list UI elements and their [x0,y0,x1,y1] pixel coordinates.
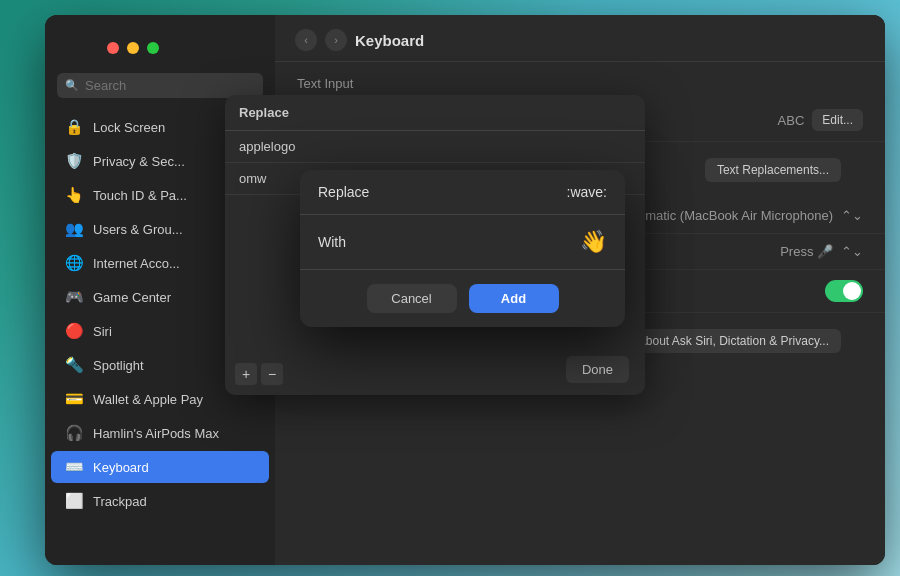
sidebar-item-label: Users & Grou... [93,222,183,237]
sidebar-item-airpods[interactable]: 🎧 Hamlin's AirPods Max [51,417,269,449]
input-sources-abc: ABC [778,113,805,128]
search-icon: 🔍 [65,79,79,92]
dialog-with-label: With [318,234,346,250]
maximize-button[interactable] [147,42,159,54]
input-sources-value: ABC Edit... [778,109,863,131]
airpods-icon: 🎧 [65,424,83,442]
shortcut-value: Press 🎤 ⌃⌄ [780,244,863,259]
add-button[interactable]: Add [469,284,559,313]
internet-icon: 🌐 [65,254,83,272]
dialog-with-row: With 👋 [300,215,625,270]
sidebar-item-label: Trackpad [93,494,147,509]
spotlight-icon: 🔦 [65,356,83,374]
forward-button[interactable]: › [325,29,347,51]
search-input[interactable] [85,78,255,93]
sidebar-item-label: Lock Screen [93,120,165,135]
text-replacements-button[interactable]: Text Replacements... [705,158,841,182]
game-center-icon: 🎮 [65,288,83,306]
autopunct-toggle[interactable] [825,280,863,302]
main-header: ‹ › Keyboard [275,15,885,62]
trackpad-icon: ⬜ [65,492,83,510]
about-siri-button[interactable]: About Ask Siri, Dictation & Privacy... [626,329,841,353]
sheet-actions: + − [235,363,283,385]
microphone-value: Automatic (MacBook Air Microphone) ⌃⌄ [618,208,863,223]
microphone-value-text: Automatic (MacBook Air Microphone) [618,208,833,223]
back-button[interactable]: ‹ [295,29,317,51]
sidebar-item-label: Siri [93,324,112,339]
cancel-button[interactable]: Cancel [367,284,457,313]
sheet-row-applelogo: applelogo [225,131,645,163]
minimize-button[interactable] [127,42,139,54]
sidebar-item-label: Wallet & Apple Pay [93,392,203,407]
close-button[interactable] [107,42,119,54]
users-icon: 👥 [65,220,83,238]
sheet-remove-button[interactable]: − [261,363,283,385]
sidebar-item-label: Touch ID & Pa... [93,188,187,203]
shortcut-value-text: Press 🎤 [780,244,833,259]
sidebar-item-label: Spotlight [93,358,144,373]
dialog-with-emoji: 👋 [580,229,607,255]
sheet-header: Replace [225,95,645,131]
sheet-replace-value: applelogo [239,139,295,154]
add-text-replacement-dialog: Replace :wave: With 👋 Cancel Add [300,170,625,327]
sheet-replace-col: Replace [239,105,289,120]
sheet-replace-value: omw [239,171,266,186]
chevron-updown-icon: ⌃⌄ [841,208,863,223]
sidebar-item-keyboard[interactable]: ⌨️ Keyboard [51,451,269,483]
dialog-replace-row: Replace :wave: [300,170,625,215]
input-sources-edit-button[interactable]: Edit... [812,109,863,131]
titlebar-buttons [107,42,159,54]
sidebar-item-label: Privacy & Sec... [93,154,185,169]
main-window: 🔍 🔒 Lock Screen 🛡️ Privacy & Sec... 👆 To… [45,15,885,565]
sheet-add-button[interactable]: + [235,363,257,385]
lock-icon: 🔒 [65,118,83,136]
page-title: Keyboard [355,32,424,49]
sheet-done-button[interactable]: Done [566,356,629,383]
dialog-replace-label: Replace [318,184,369,200]
touch-id-icon: 👆 [65,186,83,204]
wallet-icon: 💳 [65,390,83,408]
dialog-replace-value: :wave: [567,184,607,200]
keyboard-icon: ⌨️ [65,458,83,476]
sidebar-item-label: Internet Acco... [93,256,180,271]
sidebar-item-label: Keyboard [93,460,149,475]
chevron-updown-icon2: ⌃⌄ [841,244,863,259]
sidebar-item-label: Game Center [93,290,171,305]
sidebar-item-trackpad[interactable]: ⬜ Trackpad [51,485,269,517]
privacy-icon: 🛡️ [65,152,83,170]
siri-icon: 🔴 [65,322,83,340]
dialog-footer: Cancel Add [300,270,625,327]
dialog-body: Replace :wave: With 👋 [300,170,625,270]
sidebar-item-label: Hamlin's AirPods Max [93,426,219,441]
section-header: Text Input [275,62,885,99]
